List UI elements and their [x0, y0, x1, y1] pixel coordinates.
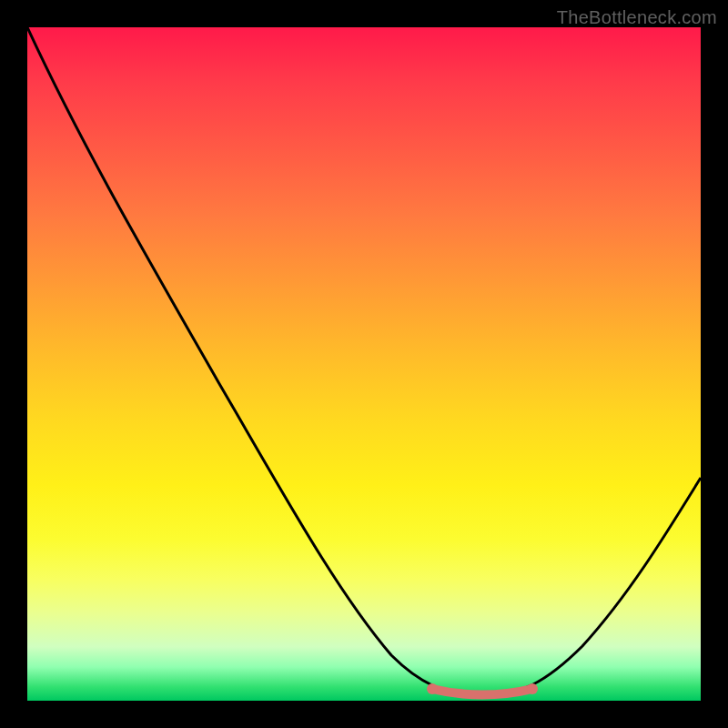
highlight-dot-right: [527, 683, 538, 694]
highlight-dot-left: [427, 683, 438, 694]
bottleneck-curve: [27, 27, 701, 696]
chart-svg: [27, 27, 701, 701]
watermark-label: TheBottleneck.com: [557, 7, 717, 28]
plot-area: [27, 27, 701, 701]
highlight-segment: [432, 689, 532, 695]
chart-frame: TheBottleneck.com: [0, 0, 728, 728]
